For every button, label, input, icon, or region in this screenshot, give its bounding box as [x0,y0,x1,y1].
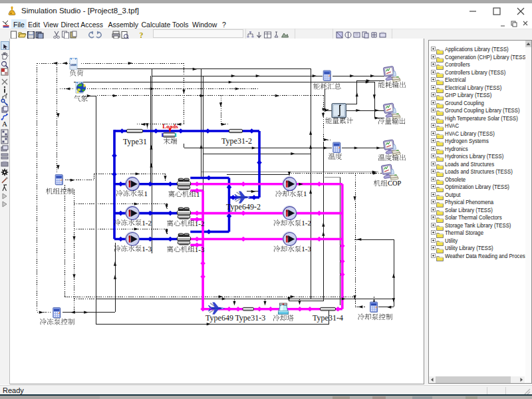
svg-text:1: 1 [144,190,148,198]
svg-text:A: A [2,120,7,128]
svg-text:Type31-2: Type31-2 [221,136,252,146]
svg-text:1-3: 1-3 [301,245,311,253]
svg-text:1: 1 [303,190,307,198]
svg-text:1-2: 1-2 [194,219,204,227]
svg-text:1: 1 [196,190,200,198]
svg-text:1-2: 1-2 [142,219,152,227]
svg-text:Type31: Type31 [123,137,147,146]
svg-text:Type649-2: Type649-2 [226,202,261,211]
svg-text:1-3: 1-3 [194,245,204,253]
svg-text:Type31-4: Type31-4 [313,313,343,323]
svg-text:Type649: Type649 [205,313,233,323]
svg-text:COP: COP [387,180,401,187]
svg-text:1-3: 1-3 [142,245,152,253]
svg-text:Type31-3: Type31-3 [235,313,265,323]
svg-text:USER: USER [70,64,77,66]
svg-text:1-2: 1-2 [301,219,311,227]
